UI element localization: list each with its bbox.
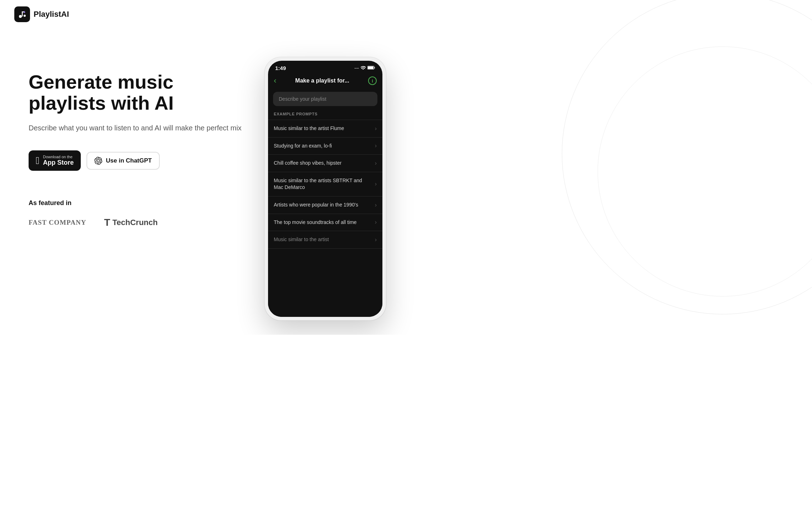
prompt-item-1[interactable]: Studying for an exam, lo-fi › (268, 137, 382, 155)
apple-icon:  (36, 156, 39, 166)
headline: Generate music playlists with AI (29, 71, 250, 114)
chatgpt-button[interactable]: Use in ChatGPT (86, 152, 159, 170)
signal-icon: ···· (355, 66, 359, 70)
chevron-icon-3: › (375, 181, 377, 187)
chevron-icon-4: › (375, 202, 377, 208)
navbar: PlaylistAI (0, 0, 812, 29)
featured-logos: FAST COMPANY T TechCrunch (29, 217, 250, 228)
app-store-label-large: App Store (43, 159, 74, 167)
app-store-label-small: Download on the (43, 155, 74, 159)
prompt-item-4[interactable]: Artists who were popular in the 1990's › (268, 196, 382, 214)
featured-label: As featured in (29, 199, 250, 207)
wifi-icon (361, 66, 366, 70)
prompt-text-3: Music similar to the artists SBTRKT and … (274, 177, 375, 191)
prompt-item-6[interactable]: Music similar to the artist › (268, 231, 382, 249)
info-button[interactable]: i (368, 76, 377, 85)
prompt-text-4: Artists who were popular in the 1990's (274, 201, 375, 209)
bg-arc-1 (562, 0, 812, 314)
svg-rect-5 (375, 67, 375, 69)
prompt-item-5[interactable]: The top movie soundtracks of all time › (268, 214, 382, 231)
tc-icon: T (104, 217, 110, 228)
prompt-text-0: Music similar to the artist Flume (274, 125, 375, 132)
prompt-item-0[interactable]: Music similar to the artist Flume › (268, 120, 382, 137)
phone-notch (302, 61, 348, 71)
svg-rect-6 (368, 66, 373, 69)
svg-point-3 (24, 15, 26, 17)
phone-inner: 1:49 ···· (268, 61, 382, 317)
phone-fade (268, 299, 382, 317)
prompt-text-2: Chill coffee shop vibes, hipster (274, 160, 375, 167)
tc-text-label: TechCrunch (112, 218, 158, 227)
svg-point-0 (19, 15, 22, 18)
app-title: Make a playlist for... (295, 78, 349, 84)
prompt-text-5: The top movie soundtracks of all time (274, 219, 375, 226)
back-button[interactable]: ‹ (274, 76, 276, 85)
chevron-icon-2: › (375, 160, 377, 166)
prompt-text-1: Studying for an exam, lo-fi (274, 143, 375, 150)
subheadline: Describe what you want to listen to and … (29, 123, 250, 133)
prompt-text-6: Music similar to the artist (274, 236, 375, 243)
prompt-item-2[interactable]: Chill coffee shop vibes, hipster › (268, 154, 382, 172)
chevron-icon-0: › (375, 125, 377, 132)
chevron-icon-6: › (375, 236, 377, 243)
battery-icon (367, 66, 375, 70)
chatgpt-button-label: Use in ChatGPT (106, 157, 152, 164)
chatgpt-icon (94, 157, 102, 165)
prompts-label: EXAMPLE PROMPTS (268, 110, 382, 120)
search-field[interactable]: Describe your playlist (273, 92, 377, 106)
search-placeholder: Describe your playlist (279, 96, 326, 102)
techcrunch-logo: T TechCrunch (104, 217, 158, 228)
status-time: 1:49 (275, 65, 286, 71)
logo-text: PlaylistAI (34, 10, 69, 19)
status-icons: ···· (355, 66, 375, 70)
prompts-list: Music similar to the artist Flume › Stud… (268, 120, 382, 249)
main-content: Generate music playlists with AI Describ… (0, 29, 812, 335)
fast-company-logo: FAST COMPANY (29, 219, 86, 226)
prompt-item-3[interactable]: Music similar to the artists SBTRKT and … (268, 172, 382, 196)
app-store-button[interactable]:  Download on the App Store (29, 150, 81, 171)
app-nav: ‹ Make a playlist for... i (268, 74, 382, 89)
chevron-icon-5: › (375, 219, 377, 225)
logo[interactable]: PlaylistAI (14, 6, 69, 22)
phone-outer: 1:49 ···· (264, 57, 386, 320)
bg-arc-2 (598, 46, 812, 297)
featured-section: As featured in FAST COMPANY T TechCrunch (29, 199, 250, 228)
left-content: Generate music playlists with AI Describ… (29, 50, 250, 228)
phone-mockup-area: 1:49 ···· (250, 50, 400, 320)
logo-icon (14, 6, 30, 22)
cta-buttons:  Download on the App Store Use in ChatG… (29, 150, 250, 171)
chevron-icon-1: › (375, 143, 377, 149)
app-content: ‹ Make a playlist for... i Describe your… (268, 74, 382, 317)
